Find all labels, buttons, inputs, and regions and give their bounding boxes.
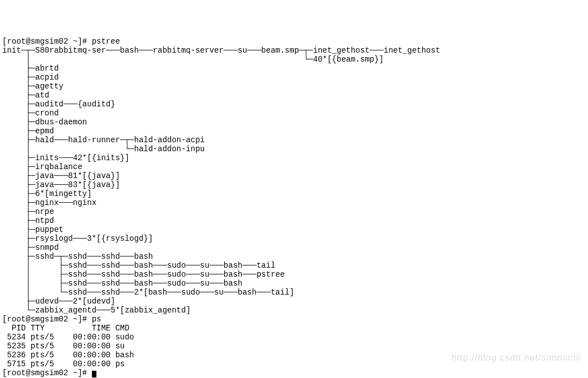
pstree-line: ├─acpid — [2, 73, 59, 82]
ps-row: 5715 pts/5 00:00:00 ps — [2, 360, 124, 368]
pstree-line: ├─puppet — [2, 225, 63, 234]
pstree-line: ├─snmpd — [2, 243, 59, 252]
pstree-line: ├─agetty — [2, 82, 63, 91]
ps-header: PID TTY TIME CMD — [2, 324, 129, 333]
pstree-line: ├─sshd─┬─sshd───sshd───bash — [2, 252, 153, 261]
pstree-line: ├─udevd───2*[udevd] — [2, 297, 115, 306]
pstree-line: ├─ntpd — [2, 216, 54, 225]
pstree-line: └─zabbix_agentd───5*[zabbix_agentd] — [2, 306, 191, 315]
pstree-line: ├─inits───42*[{inits}] — [2, 153, 129, 162]
pstree-line: ├─nrpe — [2, 207, 54, 216]
pstree-line: ├─java───83*[{java}] — [2, 180, 120, 189]
pstree-line: ├─epmd — [2, 127, 54, 136]
pstree-line: ├─abrtd — [2, 64, 59, 73]
pstree-line: ├─6*[mingetty] — [2, 189, 92, 198]
ps-row: 5236 pts/5 00:00:00 bash — [2, 351, 134, 360]
pstree-line: │ ├─sshd───sshd───bash───sudo───su───bas… — [2, 279, 242, 288]
pstree-line: ├─nginx───nginx — [2, 198, 96, 207]
pstree-line: │ ├─sshd───sshd───bash───sudo───su───bas… — [2, 270, 285, 279]
command-ps: ps — [92, 315, 101, 324]
pstree-line: │ └─40*[{beam.smp}] — [2, 55, 384, 64]
pstree-line: ├─rsyslogd───3*[{rsyslogd}] — [2, 234, 153, 243]
pstree-line: ├─atd — [2, 91, 49, 100]
pstree-line: ├─java───81*[{java}] — [2, 171, 120, 180]
cursor-icon — [92, 371, 96, 377]
pstree-line: │ └─sshd───sshd───2*[bash───sudo───su───… — [2, 288, 294, 297]
pstree-line: ├─auditd───{auditd} — [2, 100, 115, 109]
command-pstree: pstree — [92, 37, 120, 46]
pstree-line: ├─dbus-daemon — [2, 118, 87, 127]
ps-row: 5235 pts/5 00:00:00 su — [2, 342, 124, 351]
shell-prompt: [root@smgsim02 ~]# — [2, 315, 92, 324]
pstree-line: │ └─hald-addon-inpu — [2, 144, 205, 153]
pstree-line: init─┬─S80rabbitmq-ser───bash───rabbitmq… — [2, 46, 440, 55]
pstree-line: ├─irqbalance — [2, 162, 82, 171]
pstree-line: │ ├─sshd───sshd───bash───sudo───su───bas… — [2, 261, 275, 270]
ps-row: 5234 pts/5 00:00:00 sudo — [2, 333, 134, 342]
pstree-line: ├─crond — [2, 109, 59, 118]
shell-prompt: [root@smgsim02 ~]# — [2, 368, 92, 377]
shell-prompt: [root@smgsim02 ~]# — [2, 37, 92, 46]
pstree-line: ├─hald───hald-runner─┬─hald-addon-acpi — [2, 136, 205, 144]
terminal-output[interactable]: [root@smgsim02 ~]# pstree init─┬─S80rabb… — [0, 36, 588, 378]
